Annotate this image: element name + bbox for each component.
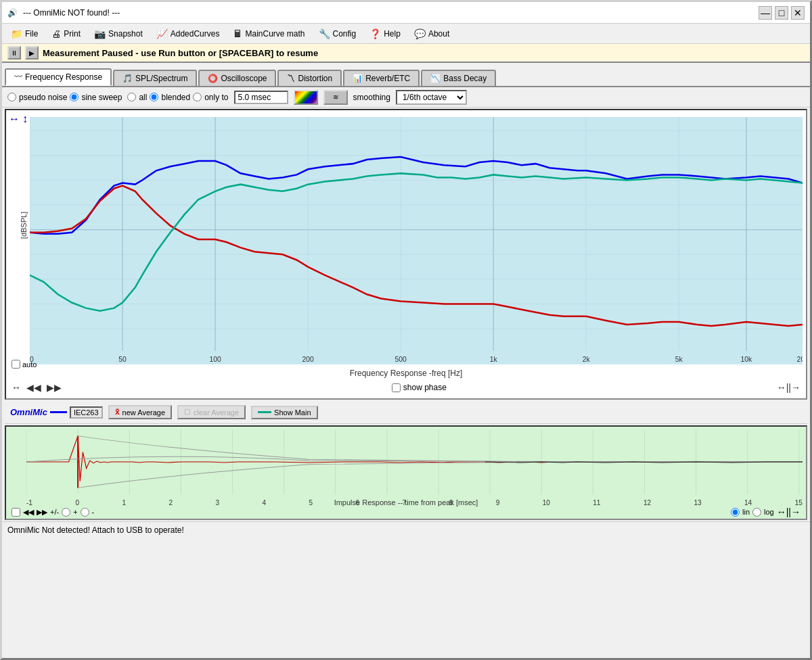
smoothing-select[interactable]: None 1/48th octave 1/24th octave 1/12th … bbox=[396, 90, 467, 105]
tab-distortion[interactable]: 〽 Distortion bbox=[277, 70, 342, 86]
signal-type-group: pseudo noise sine sweep bbox=[7, 93, 122, 102]
lin-label[interactable]: lin bbox=[742, 508, 750, 516]
menu-main-curve-math[interactable]: 🖩 MainCurve math bbox=[227, 26, 311, 42]
log-radio[interactable] bbox=[752, 508, 761, 517]
bottom-status-text: OmniMic Not detected! Attach to USB to o… bbox=[7, 525, 184, 535]
omni-mic-label: OmniMic bbox=[10, 407, 47, 417]
iec-button[interactable]: IEC263 bbox=[70, 406, 103, 419]
lin-radio[interactable] bbox=[731, 508, 740, 517]
maximize-button[interactable]: □ bbox=[775, 6, 788, 20]
svg-rect-0 bbox=[30, 117, 803, 364]
menu-file[interactable]: 📁 File bbox=[5, 26, 44, 42]
y-axis-label: [dBSPL] bbox=[20, 212, 28, 239]
plus-radio[interactable] bbox=[62, 508, 70, 517]
plus-label: + bbox=[73, 508, 77, 516]
menu-about[interactable]: 💬 About bbox=[408, 26, 455, 42]
frequency-response-chart: ↔ ↕ auto bbox=[5, 109, 807, 400]
zoom-y-icon[interactable]: ↕ bbox=[22, 113, 28, 125]
tab-oscilloscope[interactable]: ⭕ Oscilloscope bbox=[198, 70, 276, 86]
range-all-label[interactable]: all bbox=[139, 93, 147, 102]
color-picker-button[interactable] bbox=[294, 90, 318, 105]
minimize-button[interactable]: — bbox=[759, 6, 772, 20]
show-phase-label: show phase bbox=[403, 383, 447, 392]
show-main-label: Show Main bbox=[274, 408, 311, 417]
tab-distortion-label: Distortion bbox=[298, 74, 332, 83]
minus-radio[interactable] bbox=[81, 508, 89, 517]
menu-added-curves[interactable]: 📈 AddedCurves bbox=[150, 26, 226, 42]
omni-line bbox=[50, 411, 67, 413]
show-main-button[interactable]: Show Main bbox=[251, 406, 317, 419]
main-chart-svg: 85 80 75 70 65 60 55 50 45 40 20 50 100 … bbox=[30, 117, 803, 364]
range-only-to-label[interactable]: only to bbox=[204, 93, 228, 102]
window-title: --- OmniMic NOT found! --- bbox=[23, 8, 120, 18]
bass-decay-icon: 📉 bbox=[430, 74, 441, 83]
run-button[interactable]: ▶ bbox=[25, 46, 39, 60]
reverb-icon: 📊 bbox=[353, 74, 363, 83]
sine-sweep-radio[interactable] bbox=[70, 93, 78, 101]
pseudo-noise-radio[interactable] bbox=[7, 93, 16, 101]
zoom-x-arrows[interactable]: ↔||→ bbox=[777, 382, 800, 393]
menu-snapshot[interactable]: 📷 Snapshot bbox=[88, 26, 149, 42]
menu-help[interactable]: ❓ Help bbox=[363, 26, 407, 42]
pan-right-impulse[interactable]: ▶▶ bbox=[37, 508, 47, 517]
tab-frequency-response[interactable]: 〰 Frequency Response bbox=[5, 68, 112, 86]
app-icon: 🔊 bbox=[7, 8, 18, 18]
pause-button[interactable]: ⏸ bbox=[7, 46, 21, 60]
zoom-impulse[interactable]: ↔||→ bbox=[777, 506, 800, 517]
clear-icon: ☐ bbox=[184, 408, 191, 417]
log-label[interactable]: log bbox=[764, 508, 774, 516]
auto-label: auto bbox=[22, 360, 37, 369]
tab-oscilloscope-label: Oscilloscope bbox=[221, 74, 267, 83]
auto-checkbox[interactable] bbox=[12, 360, 20, 369]
svg-text:50: 50 bbox=[118, 356, 127, 363]
range-blended-label[interactable]: blended bbox=[161, 93, 190, 102]
legend-bar: OmniMic IEC263 x̄ new Average ☐ clear Av… bbox=[5, 401, 807, 424]
impulse-navigation: ◀◀ ▶▶ +/- + - lin log ↔||→ bbox=[6, 506, 806, 517]
snapshot-icon: 📷 bbox=[94, 28, 106, 39]
pm-label: +/- bbox=[50, 508, 59, 516]
wave-button[interactable]: ≋ bbox=[323, 90, 348, 105]
zoom-x-icon[interactable]: ↔ bbox=[9, 113, 20, 125]
tab-reverb-etc[interactable]: 📊 Reverb/ETC bbox=[343, 70, 420, 86]
pseudo-noise-label[interactable]: pseudo noise bbox=[19, 93, 67, 102]
menu-help-label: Help bbox=[384, 29, 401, 39]
range-blended-radio[interactable] bbox=[150, 93, 158, 101]
range-all-radio[interactable] bbox=[127, 93, 136, 101]
svg-text:5k: 5k bbox=[675, 356, 683, 363]
tab-spl-label: SPL/Spectrum bbox=[135, 74, 187, 83]
pan-left-impulse[interactable]: ◀◀ bbox=[23, 508, 34, 517]
menu-added-curves-label: AddedCurves bbox=[171, 29, 220, 39]
print-icon: 🖨 bbox=[51, 28, 61, 39]
menu-config[interactable]: 🔧 Config bbox=[313, 26, 363, 42]
menu-snapshot-label: Snapshot bbox=[108, 29, 143, 39]
new-average-button[interactable]: x̄ new Average bbox=[108, 405, 172, 419]
about-icon: 💬 bbox=[414, 28, 426, 39]
spl-icon: 🎵 bbox=[122, 74, 133, 83]
impulse-checkbox[interactable] bbox=[12, 508, 20, 517]
time-value-input[interactable]: 5.0 msec bbox=[234, 91, 288, 104]
show-phase-checkbox[interactable] bbox=[392, 383, 401, 392]
impulse-svg bbox=[26, 429, 803, 494]
sine-sweep-label[interactable]: sine sweep bbox=[81, 93, 122, 102]
menu-about-label: About bbox=[428, 29, 449, 39]
main-curve-math-icon: 🖩 bbox=[233, 28, 242, 39]
zoom-out-left-icon[interactable]: ↔ bbox=[12, 382, 21, 393]
close-button[interactable]: ✕ bbox=[791, 6, 805, 20]
help-icon: ❓ bbox=[369, 28, 381, 39]
tab-bass-decay-label: Bass Decay bbox=[443, 74, 487, 83]
pan-right-icon[interactable]: ▶▶ bbox=[47, 382, 62, 393]
smoothing-label: smoothing bbox=[353, 93, 390, 102]
pan-left-icon[interactable]: ◀◀ bbox=[26, 382, 41, 393]
file-icon: 📁 bbox=[11, 28, 22, 39]
range-group: all blended only to bbox=[127, 93, 228, 102]
clear-average-button[interactable]: ☐ clear Average bbox=[177, 405, 246, 419]
tab-bass-decay[interactable]: 📉 Bass Decay bbox=[421, 70, 496, 86]
tab-spl-spectrum[interactable]: 🎵 SPL/Spectrum bbox=[113, 70, 197, 86]
impulse-x-label: Impulse Response -- time from peak [msec… bbox=[334, 498, 478, 506]
menu-print[interactable]: 🖨 Print bbox=[45, 26, 87, 42]
svg-text:100: 100 bbox=[209, 356, 221, 363]
tab-freq-response-label: Frequency Response bbox=[25, 72, 102, 82]
range-only-to-radio[interactable] bbox=[193, 93, 202, 101]
svg-text:1k: 1k bbox=[490, 356, 498, 363]
new-average-label: new Average bbox=[122, 408, 165, 417]
